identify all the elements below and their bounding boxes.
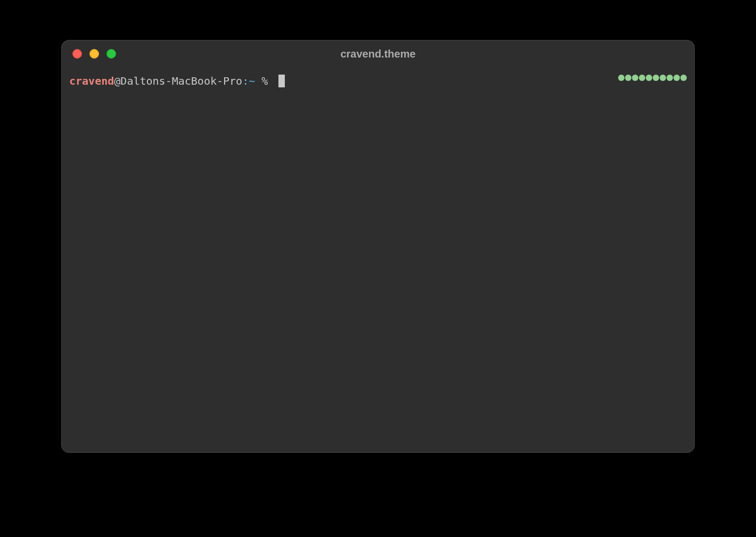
indicator-dot [618, 75, 624, 81]
prompt-symbol: % [255, 74, 274, 88]
terminal-body[interactable]: cravend@Daltons-MacBook-Pro:~ % [62, 67, 694, 452]
terminal-window: cravend.theme cravend@Daltons-MacBook-Pr… [61, 40, 695, 453]
prompt-user: cravend [69, 74, 114, 88]
indicator-dot [632, 75, 638, 81]
indicator-dot [646, 75, 652, 81]
prompt-colon: : [242, 74, 249, 88]
indicator-dot [639, 75, 645, 81]
close-button[interactable] [72, 49, 82, 59]
indicator-dot [667, 75, 673, 81]
window-title: cravend.theme [340, 48, 415, 60]
indicator-dot [673, 75, 680, 81]
prompt-line: cravend@Daltons-MacBook-Pro:~ % [69, 74, 687, 88]
window-titlebar: cravend.theme [62, 40, 694, 67]
indicator-dot [680, 75, 687, 81]
maximize-button[interactable] [106, 49, 116, 59]
traffic-lights [72, 49, 116, 59]
prompt-host: Daltons-MacBook-Pro [120, 74, 242, 88]
right-indicator [618, 75, 687, 81]
indicator-dot [653, 75, 659, 81]
cursor [278, 75, 285, 87]
prompt-at: @ [114, 74, 120, 88]
prompt-path: ~ [249, 74, 255, 88]
minimize-button[interactable] [89, 49, 99, 59]
indicator-dot [625, 75, 631, 81]
indicator-dot [660, 75, 666, 81]
